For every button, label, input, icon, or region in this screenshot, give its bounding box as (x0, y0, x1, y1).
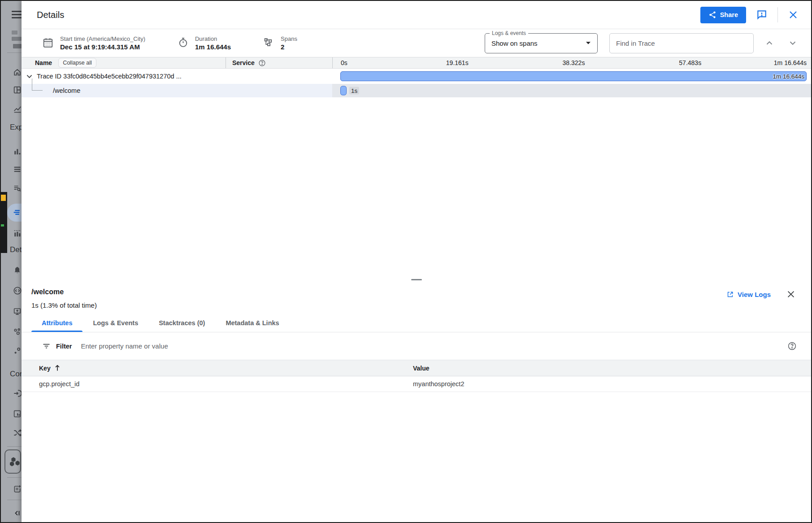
menu-icon[interactable] (12, 11, 22, 21)
tab-stacktraces[interactable]: Stacktraces (0) (148, 314, 215, 332)
filter-input[interactable] (81, 342, 787, 350)
span-bar-label: 1s (349, 87, 359, 95)
sidebar-item-alerts[interactable] (1, 261, 22, 279)
sidebar-item-scatter[interactable] (1, 323, 22, 340)
page-title: Details (37, 10, 64, 20)
help-icon[interactable] (787, 341, 797, 351)
spans-info: Spans 2 (263, 35, 297, 52)
panel-header: Details Share (22, 1, 811, 29)
nav-divider (7, 446, 22, 447)
close-icon (788, 9, 799, 20)
attribute-value: myanthosproject2 (413, 380, 811, 388)
sidebar-item-list[interactable] (1, 160, 22, 178)
sidebar-item-ingest[interactable] (1, 384, 22, 402)
feedback-button[interactable] (756, 9, 768, 21)
tab-attributes[interactable]: Attributes (31, 314, 83, 332)
splitter-grip[interactable] (411, 279, 422, 280)
span-duration-bar[interactable] (340, 86, 347, 96)
sidebar-item-clusters[interactable] (4, 449, 21, 474)
sidebar-item-nodes[interactable] (1, 342, 22, 360)
help-icon[interactable] (258, 59, 266, 67)
duration-info: Duration 1m 16.644s (178, 35, 231, 52)
timer-icon (178, 37, 189, 48)
find-next-button[interactable] (788, 38, 798, 48)
dimmed-nav-fragment (12, 37, 22, 41)
attributes-filter-bar: Filter (22, 332, 811, 360)
start-time-value: Dec 15 at 9:19:44.315 AM (60, 43, 145, 52)
app-window: Exp Det Cor (0, 0, 812, 523)
sidebar-item-dashboard[interactable] (1, 81, 22, 99)
sidebar-item-functions[interactable] (1, 282, 22, 300)
find-in-trace-input[interactable] (609, 33, 754, 53)
span-duration-summary: 1s (1.3% of total time) (31, 301, 97, 309)
panel-chart-icon (13, 409, 22, 418)
spans-label: Spans (281, 35, 297, 43)
trace-duration-bar[interactable]: 1m 16.644s (340, 71, 807, 81)
left-nav-rail: Exp Det Cor (1, 1, 22, 522)
find-previous-button[interactable] (764, 38, 774, 48)
sidebar-item-compose[interactable] (1, 480, 22, 498)
share-button[interactable]: Share (700, 7, 746, 23)
sidebar-item-home[interactable] (1, 63, 22, 81)
tree-connector (32, 78, 32, 91)
dimmed-nav-fragment (13, 44, 22, 48)
list-icon (13, 165, 22, 174)
sidebar-section-label: Cor (10, 370, 22, 379)
chevron-up-icon (764, 38, 774, 48)
shuffle-icon (13, 428, 22, 438)
feedback-icon (756, 9, 768, 21)
span-row-name: /welcome (53, 87, 80, 94)
span-detail-header: /welcome 1s (1.3% of total time) View Lo… (22, 283, 811, 309)
trace-row-root[interactable]: Trace ID 33fc0d8c45bb4e5cebb29f047931270… (22, 69, 811, 84)
hexagons-icon (8, 455, 20, 468)
logs-events-label: Logs & events (490, 30, 528, 36)
time-axis: 0s 19.161s 38.322s 57.483s 1m 16.644s (332, 57, 811, 68)
calendar-icon (42, 37, 54, 48)
sidebar-item-deploy[interactable] (1, 302, 22, 320)
close-details-button[interactable] (788, 9, 799, 20)
spans-icon (263, 37, 274, 48)
collapse-nav-button[interactable] (1, 504, 22, 522)
expand-caret-icon[interactable] (26, 74, 32, 78)
chevron-down-icon (788, 38, 798, 48)
attributes-table-header: Key Value (22, 360, 811, 376)
chevron-down-icon (586, 41, 591, 45)
trace-bar-label: 1m 16.644s (773, 73, 804, 80)
axis-tick: 1m 16.644s (774, 59, 807, 66)
value-column-header: Value (413, 365, 811, 372)
view-logs-link[interactable]: View Logs (726, 291, 771, 298)
duration-label: Duration (195, 35, 231, 43)
nav-divider (7, 477, 22, 478)
sidebar-item-shuffle[interactable] (1, 424, 22, 442)
sidebar-item-trace-list-selected[interactable] (7, 204, 22, 222)
attribute-key: gcp.project_id (39, 380, 79, 388)
sidebar-item-bar-chart[interactable] (1, 142, 22, 160)
trace-row-name: Trace ID 33fc0d8c45bb4e5cebb29f047931270… (37, 73, 182, 80)
detail-empty-area (22, 392, 811, 522)
collapse-nav-icon (13, 509, 22, 518)
axis-tick: 57.483s (679, 59, 701, 66)
share-button-label: Share (720, 11, 738, 18)
trace-list-icon (13, 208, 22, 218)
tab-metadata-links[interactable]: Metadata & Links (215, 314, 289, 332)
tab-logs-events[interactable]: Logs & Events (83, 314, 148, 332)
collapse-all-button[interactable]: Collapse all (58, 58, 96, 68)
background-fragment (1, 192, 7, 253)
logs-events-value: Show on spans (491, 39, 538, 47)
axis-tick: 0s (341, 59, 347, 66)
logs-events-dropdown[interactable]: Logs & events Show on spans (485, 33, 598, 53)
sidebar-section-label: Det (10, 245, 22, 254)
sidebar-item-trends[interactable] (1, 100, 22, 118)
trending-chart-icon (13, 105, 22, 114)
spans-value: 2 (281, 43, 297, 52)
close-icon (786, 289, 796, 299)
trace-row-span-welcome[interactable]: /welcome 1s (22, 84, 811, 97)
start-time-info: Start time (America/Mexico_City) Dec 15 … (42, 35, 145, 52)
axis-tick: 19.161s (446, 59, 469, 66)
trace-info-bar: Start time (America/Mexico_City) Dec 15 … (22, 29, 811, 57)
sidebar-item-panel[interactable] (1, 405, 22, 423)
compose-note-icon (13, 484, 22, 494)
sort-ascending-icon[interactable] (54, 365, 61, 371)
close-span-panel-button[interactable] (786, 289, 796, 299)
attribute-table-row[interactable]: gcp.project_id myanthosproject2 (22, 376, 811, 392)
